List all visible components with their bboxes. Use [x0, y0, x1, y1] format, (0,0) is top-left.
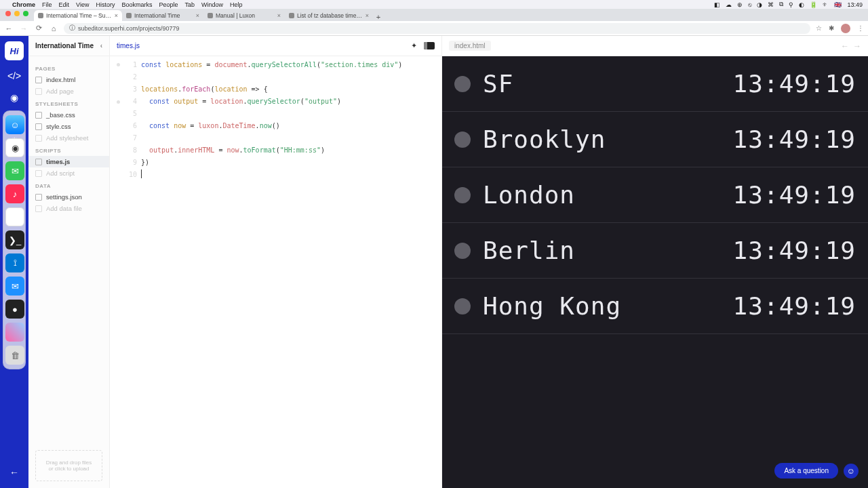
- dock-vscode-icon[interactable]: ⟟: [5, 253, 24, 272]
- dock-figma-icon[interactable]: ●: [5, 300, 24, 319]
- preview-tab[interactable]: index.html: [449, 41, 491, 51]
- menu-history[interactable]: History: [96, 1, 115, 8]
- sidebar-item-label: Add data file: [46, 205, 82, 212]
- plus-icon: [35, 205, 42, 212]
- dock-app-icon[interactable]: [5, 323, 24, 342]
- reload-button[interactable]: ⟳: [34, 24, 43, 33]
- menubar-app-name[interactable]: Chrome: [12, 1, 35, 8]
- tab-title: International Time: [134, 12, 180, 19]
- sidebar-file-item[interactable]: settings.json: [28, 191, 109, 203]
- home-button[interactable]: ⌂: [49, 24, 58, 33]
- sidebar-file-item[interactable]: index.html: [28, 74, 109, 85]
- macos-menubar: Chrome File Edit View History Bookmarks …: [0, 0, 868, 9]
- sidebar-group-label: DATA: [28, 179, 109, 191]
- code-view-icon[interactable]: </>: [8, 70, 20, 82]
- browser-tab[interactable]: Manual | Luxon ×: [203, 10, 285, 21]
- sidebar-item-label: _base.css: [46, 111, 75, 119]
- favicon-icon: [208, 13, 213, 18]
- preview-icon[interactable]: ◉: [8, 92, 20, 104]
- url-text: subeditor.superhi.com/projects/90779: [78, 25, 180, 32]
- tab-close-icon[interactable]: ×: [277, 12, 281, 19]
- preview-panel: index.html ← → SF13:49:19Brooklyn13:49:1…: [442, 36, 868, 488]
- editor-tab[interactable]: times.js: [117, 42, 140, 49]
- menu-bookmarks[interactable]: Bookmarks: [121, 1, 152, 8]
- dock-finder-icon[interactable]: ☺: [5, 115, 24, 134]
- dock-music-icon[interactable]: ♪: [5, 184, 24, 203]
- magic-wand-icon[interactable]: ✦: [411, 41, 417, 50]
- upload-dropzone[interactable]: Drag and drop files or click to upload: [35, 450, 102, 481]
- menu-view[interactable]: View: [76, 1, 89, 8]
- city-indicator-icon: [454, 298, 471, 314]
- browser-tab-strip: International Time – SuperHi × Internati…: [0, 9, 868, 21]
- maximize-window-icon[interactable]: [23, 11, 28, 16]
- browser-tab[interactable]: International Time – SuperHi ×: [34, 10, 122, 21]
- ask-question-button[interactable]: Ask a question: [774, 463, 838, 479]
- city-row: Berlin13:49:19: [442, 223, 868, 279]
- city-indicator-icon: [454, 131, 471, 148]
- address-bar[interactable]: ⓘ subeditor.superhi.com/projects/90779: [64, 23, 810, 34]
- sidebar-item-label: settings.json: [46, 193, 82, 201]
- collapse-rail-icon[interactable]: ←: [8, 466, 20, 479]
- extensions-icon[interactable]: ✱: [829, 24, 834, 32]
- superhi-logo[interactable]: Hi: [5, 41, 24, 60]
- dropzone-text: or click to upload: [48, 466, 89, 472]
- dropzone-text: Drag and drop files: [46, 460, 92, 466]
- dock-chrome-icon[interactable]: ◉: [5, 138, 24, 157]
- browser-tab[interactable]: List of tz database time zones ×: [285, 10, 373, 21]
- city-name: Berlin: [483, 237, 575, 264]
- close-window-icon[interactable]: [5, 11, 11, 16]
- browser-tab[interactable]: International Time ×: [122, 10, 203, 21]
- back-button[interactable]: ←: [4, 24, 14, 33]
- tab-title: International Time – SuperHi: [46, 12, 112, 19]
- plus-icon: [35, 170, 42, 177]
- preview-body[interactable]: SF13:49:19Brooklyn13:49:19London13:49:19…: [442, 56, 868, 488]
- menu-people[interactable]: People: [159, 1, 178, 8]
- profile-avatar[interactable]: [841, 24, 850, 33]
- dock-terminal-icon[interactable]: ❯_: [5, 230, 24, 249]
- sidebar-group-label: STYLESHEETS: [28, 97, 109, 109]
- window-controls[interactable]: [5, 11, 28, 16]
- layout-toggle-icon[interactable]: [424, 42, 435, 49]
- menu-window[interactable]: Window: [201, 1, 223, 8]
- help-smile-icon[interactable]: ☺: [844, 464, 859, 479]
- tab-close-icon[interactable]: ×: [366, 12, 369, 19]
- file-icon: [35, 123, 42, 130]
- dock-messages-icon[interactable]: ✉: [5, 161, 24, 180]
- sidebar-group-label: PAGES: [28, 62, 109, 74]
- dock-trash-icon[interactable]: 🗑: [5, 346, 24, 365]
- collapse-sidebar-icon[interactable]: ‹: [100, 42, 102, 49]
- dock-mail-icon[interactable]: ✉: [5, 277, 24, 296]
- sidebar-file-item[interactable]: _base.css: [28, 109, 109, 121]
- sidebar-add-item[interactable]: Add page: [28, 85, 109, 97]
- city-name: SF: [483, 70, 513, 98]
- sidebar-item-label: Add page: [46, 87, 74, 95]
- sidebar-add-item[interactable]: Add stylesheet: [28, 132, 109, 144]
- sidebar-file-item[interactable]: times.js: [28, 156, 109, 167]
- minimize-window-icon[interactable]: [14, 11, 20, 16]
- city-time: 13:49:19: [733, 125, 856, 153]
- code-area[interactable]: 12345678910 const locations = document.q…: [110, 56, 441, 488]
- tab-close-icon[interactable]: ×: [196, 12, 199, 19]
- menu-help[interactable]: Help: [230, 1, 243, 8]
- tab-title: Manual | Luxon: [216, 12, 255, 19]
- city-row: Brooklyn13:49:19: [442, 112, 868, 167]
- menu-edit[interactable]: Edit: [59, 1, 70, 8]
- file-icon: [35, 194, 42, 201]
- favicon-icon: [38, 13, 43, 18]
- dock-slack-icon[interactable]: ✱: [5, 207, 24, 226]
- site-info-icon[interactable]: ⓘ: [69, 24, 75, 33]
- preview-forward-icon[interactable]: →: [853, 41, 861, 51]
- sidebar-add-item[interactable]: Add script: [28, 167, 109, 179]
- tab-close-icon[interactable]: ×: [115, 12, 118, 19]
- editor-tabbar: times.js ✦: [110, 36, 441, 56]
- preview-back-icon[interactable]: ←: [841, 41, 849, 51]
- code-content[interactable]: const locations = document.querySelector…: [141, 59, 441, 488]
- forward-button[interactable]: →: [19, 24, 28, 33]
- menu-icon[interactable]: ⋮: [857, 24, 864, 32]
- star-icon[interactable]: ☆: [816, 24, 822, 32]
- new-tab-button[interactable]: +: [373, 13, 384, 21]
- menu-tab[interactable]: Tab: [184, 1, 195, 8]
- menu-file[interactable]: File: [42, 1, 52, 8]
- sidebar-add-item[interactable]: Add data file: [28, 203, 109, 214]
- sidebar-file-item[interactable]: style.css: [28, 121, 109, 132]
